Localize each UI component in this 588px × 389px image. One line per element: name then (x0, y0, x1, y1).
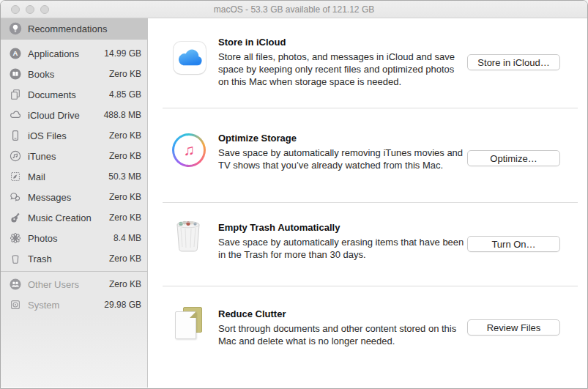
zoom-button[interactable] (40, 5, 49, 14)
lightbulb-icon (9, 22, 22, 35)
sidebar-item-label: iTunes (28, 151, 56, 162)
titlebar: macOS - 53.3 GB available of 121.12 GB (1, 1, 587, 18)
sidebar-item-size: Zero KB (109, 253, 141, 264)
other-users-icon (9, 278, 22, 291)
sidebar-item-label: Books (28, 69, 54, 80)
books-icon (9, 67, 22, 81)
section-description: Store all files, photos, and messages in… (218, 51, 467, 88)
sidebar-item-label: Other Users (28, 279, 79, 290)
optimize-button[interactable]: Optimize… (467, 150, 560, 166)
sidebar-item-label: Applications (28, 48, 79, 59)
sidebar-item-label: Music Creation (28, 212, 92, 223)
section-title: Optimize Storage (218, 133, 467, 144)
sidebar-item-size: Zero KB (109, 212, 141, 223)
svg-text:A: A (13, 49, 18, 57)
sidebar-item-recommendations[interactable]: Recommendations (1, 18, 147, 39)
sidebar-item-size: 488.8 MB (104, 110, 141, 120)
documents-stack-icon (174, 308, 206, 345)
trash-icon (9, 252, 22, 265)
sidebar-item-label: Trash (28, 253, 52, 264)
documents-icon (9, 88, 22, 101)
sidebar-item-size: Zero KB (109, 130, 141, 141)
section-title: Reduce Clutter (218, 308, 467, 319)
sidebar-item-photos[interactable]: Photos 8.4 MB (1, 228, 147, 248)
icloud-drive-icon (9, 108, 22, 122)
section-store-in-icloud: Store in iCloud Store all files, photos,… (148, 18, 587, 108)
mail-icon (9, 170, 22, 183)
sidebar-item-size: Zero KB (109, 192, 141, 202)
sidebar-item-itunes[interactable]: iTunes Zero KB (1, 146, 147, 166)
sidebar-item-label: Recommendations (28, 23, 107, 34)
section-text: Optimize Storage Save space by automatic… (218, 133, 467, 171)
section-reduce-clutter: Reduce Clutter Sort through documents an… (148, 286, 587, 388)
ios-files-icon (9, 129, 22, 142)
sidebar-item-label: iOS Files (28, 130, 67, 141)
sidebar-item-books[interactable]: Books Zero KB (1, 64, 147, 84)
sidebar-item-label: Documents (28, 89, 76, 100)
sidebar-item-label: System (28, 300, 59, 311)
sidebar-item-size: 14.99 GB (104, 48, 141, 59)
sidebar-separator (1, 271, 147, 272)
icloud-icon (174, 37, 206, 69)
sidebar: Recommendations A Applications 14.99 GB … (1, 18, 148, 388)
sidebar-item-documents[interactable]: Documents 4.85 GB (1, 84, 147, 105)
traffic-lights (11, 5, 49, 14)
section-description: Save space by automatically erasing item… (218, 236, 467, 261)
front-page (175, 311, 196, 339)
applications-icon: A (9, 47, 22, 60)
sidebar-item-label: iCloud Drive (28, 110, 80, 121)
music-note-glyph: ♫ (183, 142, 195, 158)
sidebar-item-mail[interactable]: Mail 50.3 MB (1, 166, 147, 187)
sidebar-item-size: Zero KB (109, 279, 141, 289)
sidebar-item-size: Zero KB (109, 69, 141, 79)
section-title: Empty Trash Automatically (218, 222, 467, 233)
window-title: macOS - 53.3 GB available of 121.12 GB (214, 4, 374, 15)
sidebar-item-music-creation[interactable]: Music Creation Zero KB (1, 207, 147, 228)
sidebar-item-size: 8.4 MB (113, 233, 141, 243)
sidebar-item-ios-files[interactable]: iOS Files Zero KB (1, 125, 147, 146)
messages-icon (9, 190, 22, 204)
minimize-button[interactable] (26, 5, 34, 14)
storage-management-window: macOS - 53.3 GB available of 121.12 GB R… (0, 0, 588, 389)
section-optimize-storage: ♫ Optimize Storage Save space by automat… (148, 108, 587, 203)
sidebar-item-size: Zero KB (109, 151, 141, 161)
store-in-icloud-button[interactable]: Store in iCloud… (467, 54, 560, 70)
section-text: Reduce Clutter Sort through documents an… (218, 308, 467, 347)
folded-corner (190, 311, 196, 318)
sidebar-item-icloud-drive[interactable]: iCloud Drive 488.8 MB (1, 105, 147, 125)
sidebar-item-other-users[interactable]: Other Users Zero KB (1, 274, 147, 294)
trash-full-icon (174, 218, 206, 256)
sidebar-item-system[interactable]: System 29.98 GB (1, 294, 147, 315)
recommendations-panel: Store in iCloud Store all files, photos,… (148, 18, 587, 388)
sidebar-item-size: 50.3 MB (108, 171, 141, 182)
section-title: Store in iCloud (218, 37, 467, 48)
review-files-button[interactable]: Review Files (467, 319, 560, 336)
sidebar-item-messages[interactable]: Messages Zero KB (1, 187, 147, 207)
close-button[interactable] (11, 5, 20, 14)
section-text: Empty Trash Automatically Save space by … (218, 222, 467, 261)
sidebar-item-label: Photos (28, 233, 57, 244)
section-description: Sort through documents and other content… (218, 322, 467, 347)
sidebar-item-applications[interactable]: A Applications 14.99 GB (1, 43, 147, 64)
system-icon (9, 298, 22, 311)
sidebar-category-list: A Applications 14.99 GB Books Zero KB (1, 40, 147, 269)
section-text: Store in iCloud Store all files, photos,… (218, 37, 467, 88)
section-empty-trash: Empty Trash Automatically Save space by … (148, 203, 587, 286)
music-creation-icon (9, 211, 22, 224)
sidebar-item-size: 4.85 GB (109, 89, 141, 100)
itunes-app-icon: ♫ (174, 133, 206, 166)
section-description: Save space by automatically removing iTu… (218, 147, 467, 171)
sidebar-item-label: Mail (28, 171, 45, 182)
itunes-icon (9, 149, 22, 163)
photos-icon (9, 231, 22, 245)
turn-on-button[interactable]: Turn On… (467, 236, 560, 252)
sidebar-item-label: Messages (28, 192, 71, 203)
sidebar-item-trash[interactable]: Trash Zero KB (1, 248, 147, 269)
sidebar-item-size: 29.98 GB (104, 300, 141, 310)
